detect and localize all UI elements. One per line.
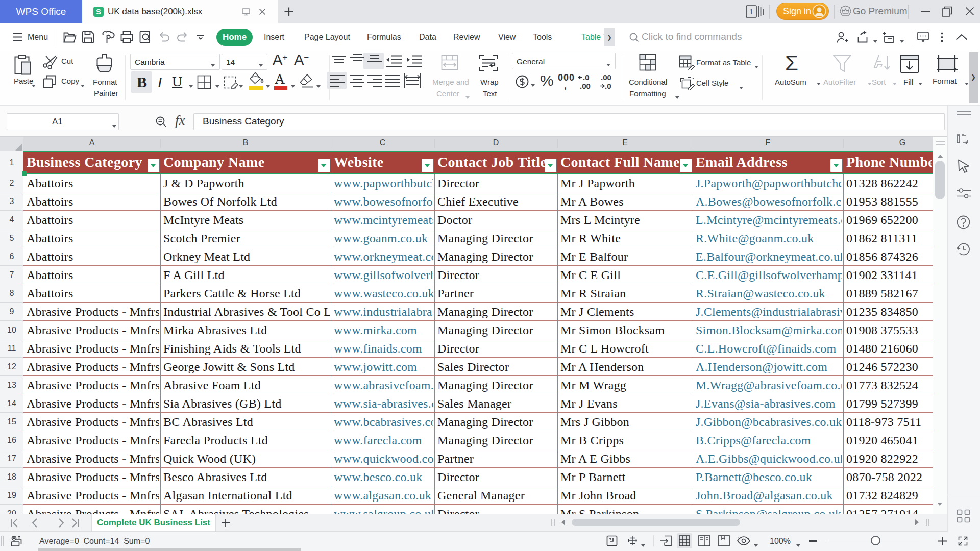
svg-text:.0: .0	[583, 73, 590, 82]
svg-text:1: 1	[749, 8, 753, 16]
svg-text:.0: .0	[605, 82, 611, 90]
svg-text:.00: .00	[580, 82, 591, 90]
svg-text:,: ,	[564, 81, 567, 90]
svg-text:.00: .00	[601, 73, 611, 82]
